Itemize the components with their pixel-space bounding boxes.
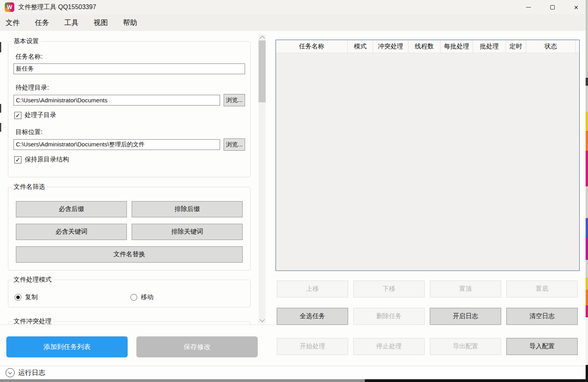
move-radio[interactable] [130,294,137,301]
copy-radio[interactable] [15,294,21,301]
left-edge-artifact [0,104,1,113]
move-top-button: 置顶 [430,280,501,298]
scrollbar-thumb[interactable] [259,40,266,102]
source-browse-button[interactable]: 浏览... [224,94,245,106]
right-edge-artifact [586,186,588,218]
col-mode[interactable]: 模式 [348,40,373,53]
clear-log-button[interactable]: 清空日志 [506,308,578,325]
task-name-label: 任务名称: [15,53,42,61]
col-per-batch[interactable]: 每批处理 [441,40,473,53]
col-conflict[interactable]: 冲突处理 [373,40,408,53]
col-status[interactable]: 状态 [526,40,576,53]
subdir-checkbox-label: 处理子目录 [25,111,56,119]
left-edge-artifact [0,123,1,132]
move-down-button: 下移 [353,280,425,298]
copy-radio-label: 复制 [25,293,38,301]
move-radio-label: 移动 [141,293,153,301]
select-all-tasks-button[interactable]: 全选任务 [277,308,348,325]
right-edge-artifact [586,78,588,86]
maximize-icon [550,5,555,10]
add-to-task-list-button[interactable]: 添加到任务列表 [6,336,128,357]
scroll-up-icon[interactable] [259,34,266,40]
group-basic-title: 基本设置 [11,37,41,46]
app-icon: W [5,2,14,12]
keep-structure-checkbox[interactable]: ✓ [14,156,21,163]
menu-tools[interactable]: 工具 [59,16,84,29]
suffix-exclude-button[interactable]: 排除后缀 [132,201,243,217]
settings-panel: 基本设置 任务名称: 待处理目录: 浏览... ✓ 处理子目录 目标位置: 浏览… [0,33,274,324]
suffix-include-button[interactable]: 必含后缀 [16,201,127,217]
left-edge-artifact [0,42,1,52]
maximize-button[interactable] [540,0,564,14]
run-log-label: 运行日志 [18,368,45,377]
settings-scrollbar[interactable] [259,34,266,323]
right-edge-artifact [586,238,588,260]
move-bottom-button: 置底 [506,280,578,298]
delete-task-button: 删除任务 [353,308,425,325]
settings-actions: 添加到任务列表 保存修改 [0,324,274,366]
save-changes-button: 保存修改 [136,336,258,357]
task-name-input[interactable] [13,63,245,74]
target-dir-input[interactable] [13,139,220,150]
group-conflict-title: 文件冲突处理 [11,317,54,324]
stop-processing-button: 停止处理 [353,338,425,355]
menu-view[interactable]: 视图 [88,16,113,29]
enable-log-button[interactable]: 开启日志 [430,308,501,325]
right-edge-artifact [586,317,588,365]
mode-copy-option[interactable]: 复制 [15,293,38,301]
source-dir-input[interactable] [13,95,220,106]
menu-file[interactable]: 文件 [0,16,25,29]
bottom-edge [0,379,588,382]
col-batch[interactable]: 批处理 [473,40,506,53]
task-table[interactable]: 任务名称 模式 冲突处理 线程数 每批处理 批处理 定时 状态 [276,40,580,271]
close-button[interactable]: × [564,0,588,14]
task-table-header: 任务名称 模式 冲突处理 线程数 每批处理 批处理 定时 状态 [276,40,579,53]
right-edge-artifact [586,112,588,131]
col-schedule[interactable]: 定时 [506,40,526,53]
right-edge-artifact [586,151,588,186]
group-conflict-handling: 文件冲突处理 [8,321,251,324]
app-window: W 文件整理工具 QQ15503397 × 文件 任务 工具 视图 帮助 基本设… [0,0,588,382]
minimize-icon [526,7,531,8]
right-edge-artifact [586,0,588,78]
col-task-name[interactable]: 任务名称 [276,40,348,53]
window-title: 文件整理工具 QQ15503397 [18,3,96,12]
move-up-button: 上移 [277,280,348,298]
menu-task[interactable]: 任务 [29,16,55,29]
menu-bar: 文件 任务 工具 视图 帮助 [0,14,588,31]
right-edge-artifact [586,131,588,151]
right-edge-artifact [586,365,588,382]
expand-log-icon[interactable] [6,368,15,377]
close-icon: × [574,4,578,11]
right-edge-artifact [586,305,588,317]
title-bar: W 文件整理工具 QQ15503397 × [0,0,588,14]
target-browse-button[interactable]: 浏览... [224,138,245,151]
keep-structure-checkbox-row[interactable]: ✓ 保持原目录结构 [14,155,69,164]
keyword-exclude-button[interactable]: 排除关键词 [132,224,243,240]
right-edge-artifact [586,290,588,305]
window-controls: × [517,0,588,14]
run-log-bar[interactable]: 运行日志 [0,366,586,379]
mode-move-option[interactable]: 移动 [130,293,153,301]
menu-help[interactable]: 帮助 [117,16,143,29]
target-dir-label: 目标位置: [15,128,42,136]
minimize-button[interactable] [517,0,540,14]
subdir-checkbox[interactable]: ✓ [14,112,21,119]
export-config-button: 导出配置 [430,338,501,355]
keyword-include-button[interactable]: 必含关键词 [16,224,127,240]
filename-replace-button[interactable]: 文件名替换 [16,246,243,263]
group-filename-filter: 文件名筛选 必含后缀 排除后缀 必含关键词 排除关键词 文件名替换 [8,187,251,271]
group-filter-title: 文件名筛选 [11,183,47,191]
group-basic-settings: 基本设置 任务名称: 待处理目录: 浏览... ✓ 处理子目录 目标位置: 浏览… [8,41,251,177]
keep-structure-checkbox-label: 保持原目录结构 [25,155,69,164]
source-dir-label: 待处理目录: [15,84,49,92]
scroll-down-icon[interactable] [259,317,266,323]
right-edge-artifact [586,218,588,238]
import-config-button[interactable]: 导入配置 [506,338,578,355]
col-stub [576,40,579,53]
right-edge-artifact [586,260,588,278]
group-process-mode: 文件处理模式 复制 移动 [8,280,251,307]
subdir-checkbox-row[interactable]: ✓ 处理子目录 [14,111,56,119]
right-edge-artifact [586,278,588,290]
col-threads[interactable]: 线程数 [408,40,441,53]
